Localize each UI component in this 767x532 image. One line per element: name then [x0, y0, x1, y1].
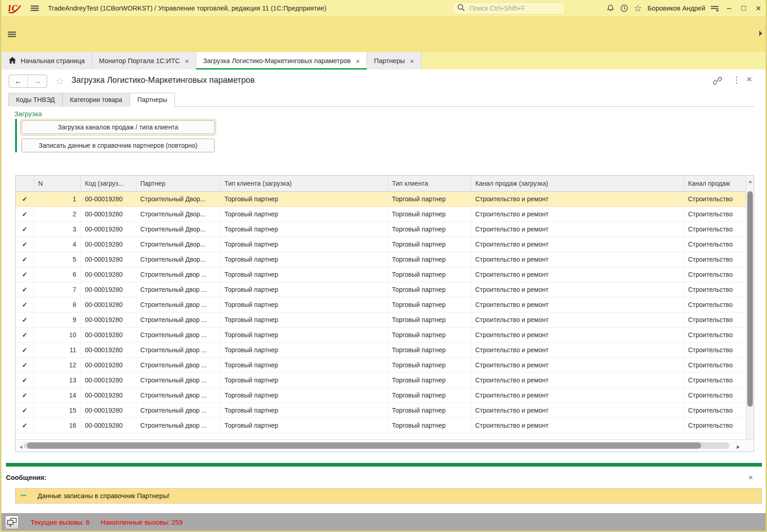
scroll-left-icon[interactable] — [19, 443, 23, 451]
table-row[interactable]: ✓ 15 00-00019280 Строительный двор ... Т… — [16, 403, 746, 418]
cell-partner[interactable]: Строительный Двор... — [136, 221, 220, 236]
cell-code[interactable]: 00-00019280 — [81, 206, 136, 221]
close-messages-icon[interactable]: × — [748, 473, 753, 483]
search-box[interactable] — [453, 2, 565, 15]
cell-client-type-load[interactable]: Торговый партнер — [220, 418, 388, 433]
maximize-button[interactable]: □ — [736, 4, 751, 13]
cell-partner[interactable]: Строительный двор ... — [136, 357, 220, 372]
cell-client-type[interactable]: Торговый партнер — [388, 372, 471, 387]
cell-partner[interactable]: Строительный двор ... — [136, 418, 220, 433]
table-row[interactable]: ✓ 2 00-00019280 Строительный Двор... Тор… — [16, 206, 746, 221]
cell-client-type[interactable]: Торговый партнер — [388, 252, 471, 267]
cell-channel-load[interactable]: Строительство и ремонт — [471, 252, 684, 267]
cell-partner[interactable]: Строительный двор ... — [136, 312, 220, 327]
table-row[interactable]: ✓ 11 00-00019280 Строительный двор ... Т… — [16, 342, 746, 357]
history-icon[interactable] — [617, 4, 631, 13]
scroll-right-icon[interactable] — [736, 443, 740, 451]
cell-client-type-load[interactable]: Торговый партнер — [220, 342, 388, 357]
cell-n[interactable]: 7 — [34, 282, 81, 297]
column-header[interactable]: Тип клиента — [388, 176, 471, 191]
table-row[interactable]: ✓ 6 00-00019280 Строительный двор ... То… — [16, 267, 746, 282]
cell-channel[interactable]: Строительство — [684, 372, 746, 387]
cell-n[interactable]: 11 — [34, 342, 81, 357]
cell-n[interactable]: 14 — [34, 387, 81, 403]
cell-client-type-load[interactable]: Торговый партнер — [220, 221, 388, 236]
cell-code[interactable]: 00-00019280 — [81, 191, 136, 206]
cell-client-type-load[interactable]: Торговый партнер — [220, 267, 388, 282]
column-header[interactable] — [16, 176, 34, 191]
cell-channel[interactable]: Строительство — [684, 357, 746, 372]
table-row[interactable]: ✓ 1 00-00019280 Строительный Двор... Тор… — [16, 191, 746, 206]
cell-client-type-load[interactable]: Торговый партнер — [220, 312, 388, 327]
cell-partner[interactable]: Строительный Двор... — [136, 236, 220, 252]
cell-code[interactable]: 00-00019280 — [81, 221, 136, 236]
cell-channel-load[interactable]: Строительство и ремонт — [471, 387, 684, 403]
cell-client-type[interactable]: Торговый партнер — [388, 282, 471, 297]
close-tab-icon[interactable]: × — [410, 57, 414, 65]
table-row[interactable]: ✓ 3 00-00019280 Строительный Двор... Тор… — [16, 221, 746, 236]
cell-channel[interactable]: Строительство — [684, 327, 746, 342]
user-name[interactable]: Боровиков Андрей — [648, 5, 705, 12]
get-link-icon[interactable] — [712, 76, 723, 87]
cell-client-type[interactable]: Торговый партнер — [388, 221, 471, 236]
cell-client-type[interactable]: Торговый партнер — [388, 327, 471, 342]
cell-partner[interactable]: Строительный двор ... — [136, 282, 220, 297]
cell-code[interactable]: 00-00019280 — [81, 342, 136, 357]
window-tab[interactable]: Загрузка Логистико-Маркетинговых парамет… — [196, 52, 367, 70]
cell-partner[interactable]: Строительный двор ... — [136, 372, 220, 387]
cell-partner[interactable]: Строительный двор ... — [136, 342, 220, 357]
cell-client-type[interactable]: Торговый партнер — [388, 206, 471, 221]
cell-code[interactable]: 00-00019280 — [81, 403, 136, 418]
cell-code[interactable]: 00-00019280 — [81, 312, 136, 327]
sections-menu-icon[interactable] — [7, 30, 17, 38]
table-row[interactable]: ✓ 4 00-00019280 Строительный Двор... Тор… — [16, 236, 746, 252]
column-header[interactable]: Партнер — [136, 176, 220, 191]
cell-channel-load[interactable]: Строительство и ремонт — [471, 297, 684, 312]
write-partners-button[interactable]: Записать данные в справочник партнеров (… — [22, 139, 215, 152]
cell-n[interactable]: 8 — [34, 297, 81, 312]
cell-partner[interactable]: Строительный двор ... — [136, 327, 220, 342]
cell-channel[interactable]: Строительство — [684, 252, 746, 267]
cell-partner[interactable]: Строительный Двор... — [136, 252, 220, 267]
column-header[interactable]: Канал продаж — [684, 176, 746, 191]
cell-channel[interactable]: Строительство — [684, 403, 746, 418]
cell-channel[interactable]: Строительство — [684, 297, 746, 312]
cell-channel-load[interactable]: Строительство и ремонт — [471, 403, 684, 418]
close-tab-icon[interactable]: × — [185, 57, 189, 65]
cell-client-type-load[interactable]: Торговый партнер — [220, 403, 388, 418]
scroll-up-icon[interactable] — [748, 177, 753, 185]
cell-channel[interactable]: Строительство — [684, 267, 746, 282]
ribbon-scroll-right-icon[interactable] — [758, 30, 763, 39]
cell-partner[interactable]: Строительный двор ... — [136, 297, 220, 312]
cell-channel[interactable]: Строительство — [684, 221, 746, 236]
cell-channel-load[interactable]: Строительство и ремонт — [471, 221, 684, 236]
cell-code[interactable]: 00-00019280 — [81, 372, 136, 387]
cell-channel[interactable]: Строительство — [684, 206, 746, 221]
table-row[interactable]: ✓ 9 00-00019280 Строительный двор ... То… — [16, 312, 746, 327]
cell-channel-load[interactable]: Строительство и ремонт — [471, 267, 684, 282]
add-favorite-star-icon[interactable]: ☆ — [55, 75, 65, 87]
horizontal-scrollbar[interactable] — [16, 439, 754, 451]
messages-splitter[interactable] — [6, 463, 762, 467]
close-tab-icon[interactable]: × — [356, 57, 360, 65]
horizontal-scroll-thumb[interactable] — [27, 442, 701, 449]
cell-client-type[interactable]: Торговый партнер — [388, 297, 471, 312]
cell-channel-load[interactable]: Строительство и ремонт — [471, 206, 684, 221]
cell-channel[interactable]: Строительство — [684, 418, 746, 433]
form-tab[interactable]: Категории товара — [62, 93, 130, 107]
cell-channel-load[interactable]: Строительство и ремонт — [471, 236, 684, 252]
search-input[interactable] — [469, 4, 556, 12]
cell-client-type-load[interactable]: Торговый партнер — [220, 236, 388, 252]
cell-partner[interactable]: Строительный двор ... — [136, 387, 220, 403]
cell-client-type-load[interactable]: Торговый партнер — [220, 327, 388, 342]
cell-n[interactable]: 10 — [34, 327, 81, 342]
cell-client-type[interactable]: Торговый партнер — [388, 267, 471, 282]
more-actions-icon[interactable]: ⋮ — [732, 75, 741, 85]
form-tab[interactable]: Коды ТНВЭД — [8, 93, 63, 107]
window-tab[interactable]: Партнеры × — [367, 52, 421, 70]
cell-n[interactable]: 1 — [34, 191, 81, 206]
cell-client-type[interactable]: Торговый партнер — [388, 236, 471, 252]
cell-code[interactable]: 00-00019280 — [81, 282, 136, 297]
forward-button[interactable]: → — [28, 75, 47, 87]
message-item[interactable]: Данные записаны в справочник Партнеры! — [15, 488, 762, 504]
